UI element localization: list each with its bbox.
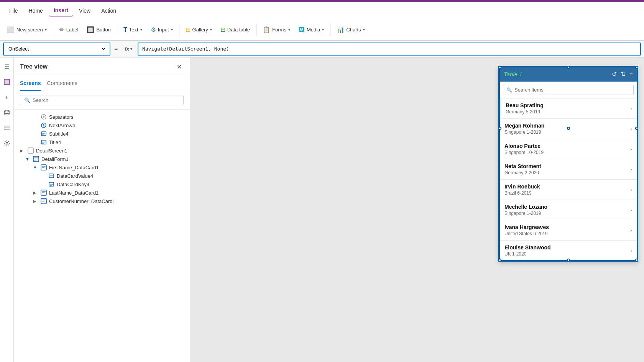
tree-tabs: Screens Components bbox=[14, 76, 190, 91]
row-content-8: Elouise Stanwood UK 1-2020 bbox=[504, 244, 630, 257]
tree-item-datacardkey4[interactable]: DataCardKey4 bbox=[14, 180, 190, 188]
table-row[interactable]: Ivana Hargreaves United States 6-2019 › bbox=[499, 220, 637, 241]
expand-lastname-icon: ▶ bbox=[33, 190, 38, 195]
table-row[interactable]: Neta Storment Germany 2-2020 › bbox=[499, 159, 637, 180]
tree-item-subtitle4[interactable]: Subtitle4 bbox=[14, 129, 190, 138]
menu-file[interactable]: File bbox=[5, 5, 23, 16]
tree-header: Tree view ✕ bbox=[14, 57, 190, 76]
row-name-2: Megan Rohman bbox=[504, 123, 630, 129]
hamburger-icon[interactable]: ☰ bbox=[1, 61, 13, 73]
row-content-1: Beau Spratling Germany 5-2019 bbox=[506, 102, 630, 115]
tree-item-separators[interactable]: Separators bbox=[14, 113, 190, 121]
datacardvalue4-label: DataCardValue4 bbox=[57, 173, 184, 179]
tree-item-detailscreen1[interactable]: ▶ DetailScreen1 bbox=[14, 146, 190, 155]
tree-title: Tree view bbox=[20, 63, 48, 70]
row-name-1: Beau Spratling bbox=[506, 102, 630, 108]
database-icon[interactable] bbox=[1, 106, 13, 119]
menu-bar: File Home Insert View Action bbox=[0, 2, 644, 19]
row-content-6: Mechelle Lozano Singapore 1-2019 bbox=[504, 204, 630, 216]
table-row[interactable]: Elouise Stanwood UK 1-2020 › bbox=[499, 241, 637, 261]
gallery-caret: ▾ bbox=[210, 28, 212, 32]
label-button[interactable]: ✏ Label bbox=[56, 24, 82, 36]
gallery-button[interactable]: ⊞ Gallery ▾ bbox=[182, 24, 216, 36]
table-preview[interactable]: Table 1 ↺ ⇅ + 🔍 Search items bbox=[498, 66, 638, 262]
detail-form-icon bbox=[32, 156, 40, 162]
forms-caret: ▾ bbox=[288, 28, 290, 32]
button-button[interactable]: 🔲 Button bbox=[83, 24, 115, 36]
controls-icon[interactable] bbox=[1, 137, 13, 149]
fx-button[interactable]: fx ▾ bbox=[122, 44, 135, 53]
row-sub-7: United States 6-2019 bbox=[504, 231, 630, 236]
button-label: Button bbox=[96, 27, 111, 33]
next-arrow-icon bbox=[40, 122, 48, 128]
row-content-2: Megan Rohman Singapore 1-2019 bbox=[504, 123, 630, 135]
media-caret: ▾ bbox=[322, 28, 324, 32]
menu-view[interactable]: View bbox=[74, 5, 95, 16]
table-search-icon: 🔍 bbox=[506, 87, 512, 93]
table-row[interactable]: Beau Spratling Germany 5-2019 › bbox=[499, 98, 637, 119]
text-button[interactable]: T Text ▾ bbox=[120, 24, 146, 36]
svg-rect-8 bbox=[28, 148, 33, 153]
media-button[interactable]: 🖼 Media ▾ bbox=[295, 24, 328, 36]
tree-content: Separators NextArrow4 bbox=[14, 110, 190, 362]
tree-item-title4[interactable]: Title4 bbox=[14, 138, 190, 146]
sort-icon[interactable]: ⇅ bbox=[621, 70, 626, 78]
tree-item-datacardvalue4[interactable]: DataCardValue4 bbox=[14, 172, 190, 180]
table-header: Table 1 ↺ ⇅ + bbox=[499, 67, 637, 82]
refresh-icon[interactable]: ↺ bbox=[612, 70, 617, 78]
input-button[interactable]: ⚙ Input ▾ bbox=[147, 24, 177, 36]
table-search-box[interactable]: 🔍 Search items bbox=[503, 85, 634, 95]
row-arrow-1: › bbox=[630, 105, 632, 111]
tree-search-input[interactable] bbox=[33, 97, 179, 103]
tree-item-nextarrow4[interactable]: NextArrow4 bbox=[14, 121, 190, 129]
fx-label: fx bbox=[125, 46, 129, 52]
divider-5 bbox=[330, 24, 330, 36]
new-screen-button[interactable]: ⬜ New screen ▾ bbox=[3, 24, 51, 36]
table-header-icons: ↺ ⇅ + bbox=[612, 70, 633, 78]
text-label: Text bbox=[129, 27, 138, 33]
row-arrow-7: › bbox=[630, 227, 632, 233]
divider-1 bbox=[53, 24, 53, 36]
property-selector[interactable]: OnSelect bbox=[3, 43, 110, 56]
table-row[interactable]: Alonso Partee Singapore 10-2019 › bbox=[499, 139, 637, 159]
forms-button[interactable]: 📋 Forms ▾ bbox=[259, 24, 294, 36]
data-table-label: Data table bbox=[227, 27, 250, 33]
variable-icon[interactable] bbox=[1, 122, 13, 134]
tree-search-box[interactable]: 🔍 bbox=[20, 95, 184, 105]
add-component-icon[interactable]: + bbox=[1, 91, 13, 103]
expand-detail-screen-icon: ▶ bbox=[20, 148, 25, 153]
tree-item-firstname-datacard1[interactable]: ▼ FirstName_DataCard1 bbox=[14, 163, 190, 172]
tree-item-customernumber-datacard1[interactable]: ▶ CustomerNumber_DataCard1 bbox=[14, 197, 190, 205]
firstname-datacard-icon bbox=[40, 164, 48, 170]
row-content-5: Irvin Roebuck Brazil 6-2019 bbox=[504, 183, 630, 196]
tree-item-detailform1[interactable]: ▼ DetailForm1 bbox=[14, 155, 190, 163]
menu-insert[interactable]: Insert bbox=[49, 5, 73, 16]
table-row[interactable]: Irvin Roebuck Brazil 6-2019 › bbox=[499, 180, 637, 200]
layers-icon[interactable] bbox=[1, 76, 13, 88]
tree-item-lastname-datacard1[interactable]: ▶ LastName_DataCard1 bbox=[14, 188, 190, 197]
tab-screens[interactable]: Screens bbox=[20, 76, 41, 91]
subtitle-icon bbox=[40, 131, 48, 137]
menu-action[interactable]: Action bbox=[97, 5, 121, 16]
tree-close-button[interactable]: ✕ bbox=[174, 62, 184, 71]
data-table-button[interactable]: ⊟ Data table bbox=[217, 24, 254, 36]
charts-button[interactable]: 📊 Charts ▾ bbox=[333, 24, 368, 36]
table-row[interactable]: Megan Rohman Singapore 1-2019 › bbox=[499, 119, 637, 139]
tab-components[interactable]: Components bbox=[47, 76, 77, 91]
subtitle4-label: Subtitle4 bbox=[49, 131, 184, 137]
row-arrow-4: › bbox=[630, 166, 632, 172]
add-row-icon[interactable]: + bbox=[629, 70, 633, 78]
row-name-3: Alonso Partee bbox=[504, 143, 630, 149]
detailscreen1-label: DetailScreen1 bbox=[36, 148, 184, 154]
table-row[interactable]: Mechelle Lozano Singapore 1-2019 › bbox=[499, 200, 637, 220]
customer-datacard-icon bbox=[40, 198, 48, 204]
media-icon: 🖼 bbox=[299, 26, 305, 33]
property-dropdown[interactable]: OnSelect bbox=[7, 46, 107, 52]
row-content-4: Neta Storment Germany 2-2020 bbox=[504, 163, 630, 175]
menu-home[interactable]: Home bbox=[24, 5, 48, 16]
formula-input[interactable]: Navigate(DetailScreen1, None) bbox=[138, 43, 641, 56]
new-screen-label: New screen bbox=[16, 27, 43, 33]
charts-label: Charts bbox=[346, 27, 361, 33]
row-sub-4: Germany 2-2020 bbox=[504, 170, 630, 175]
formula-text: Navigate(DetailScreen1, None) bbox=[142, 46, 229, 52]
